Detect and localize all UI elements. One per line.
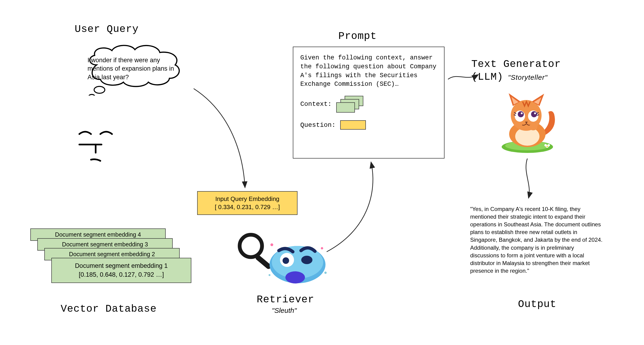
svg-point-11 — [285, 271, 305, 284]
thought-text: I wonder if there were any mentions of e… — [88, 56, 181, 81]
svg-point-0 — [94, 86, 105, 93]
doc-card-1: Document segment embedding 1 [0.185, 0.6… — [51, 258, 191, 283]
llm-cat-icon — [495, 89, 560, 154]
prompt-question-label: Question: — [300, 120, 336, 130]
svg-point-15 — [268, 274, 270, 276]
svg-point-26 — [534, 112, 536, 114]
heading-prompt: Prompt — [338, 30, 376, 42]
svg-point-9 — [282, 257, 289, 264]
svg-point-25 — [521, 112, 523, 114]
query-embedding-vector: [ 0.334, 0.231, 0.729 …] — [202, 203, 293, 211]
svg-point-14 — [324, 272, 327, 274]
svg-point-30 — [548, 144, 550, 146]
svg-point-10 — [301, 256, 312, 264]
heading-retriever-subtitle: "Sleuth" — [272, 307, 296, 315]
heading-llm-line2-row: (LLM) "Storyteller" — [471, 71, 548, 83]
svg-point-24 — [531, 111, 537, 117]
thought-bubble: I wonder if there were any mentions of e… — [70, 42, 196, 107]
prompt-question-box-icon — [340, 120, 366, 130]
doc-card-1-label: Document segment embedding 1 — [56, 262, 187, 270]
prompt-context-stack-icon — [336, 96, 364, 112]
query-embedding-label: Input Query Embedding — [202, 195, 293, 203]
heading-output: Output — [518, 298, 556, 310]
svg-point-23 — [518, 111, 524, 117]
svg-point-27 — [529, 124, 537, 130]
prompt-body: Given the following context, answer the … — [300, 54, 437, 89]
svg-point-31 — [546, 146, 548, 147]
svg-point-1 — [89, 94, 95, 96]
user-face-icon — [75, 124, 117, 166]
prompt-context-label: Context: — [300, 99, 332, 109]
prompt-box: Given the following context, answer the … — [293, 47, 444, 159]
heading-user-query: User Query — [75, 23, 138, 35]
heading-llm-line1: Text Generator — [471, 58, 561, 70]
heading-retriever: Retriever — [257, 294, 314, 305]
svg-point-29 — [544, 144, 547, 146]
svg-point-13 — [321, 247, 323, 249]
document-stack: Document segment embedding 4 Document se… — [30, 228, 194, 289]
svg-rect-5 — [254, 254, 272, 270]
heading-llm-line2: (LLM) — [471, 71, 503, 83]
doc-card-1-vector: [0.185, 0.648, 0.127, 0.792 …] — [56, 270, 187, 279]
output-text: "Yes, in Company A's recent 10-K filing,… — [470, 205, 603, 275]
svg-point-4 — [240, 235, 262, 257]
heading-vector-db: Vector Database — [61, 303, 156, 315]
heading-llm-subtitle: "Storyteller" — [508, 73, 548, 81]
query-embedding-box: Input Query Embedding [ 0.334, 0.231, 0.… — [197, 191, 298, 215]
svg-point-12 — [270, 243, 273, 246]
retriever-character-icon — [233, 228, 331, 289]
